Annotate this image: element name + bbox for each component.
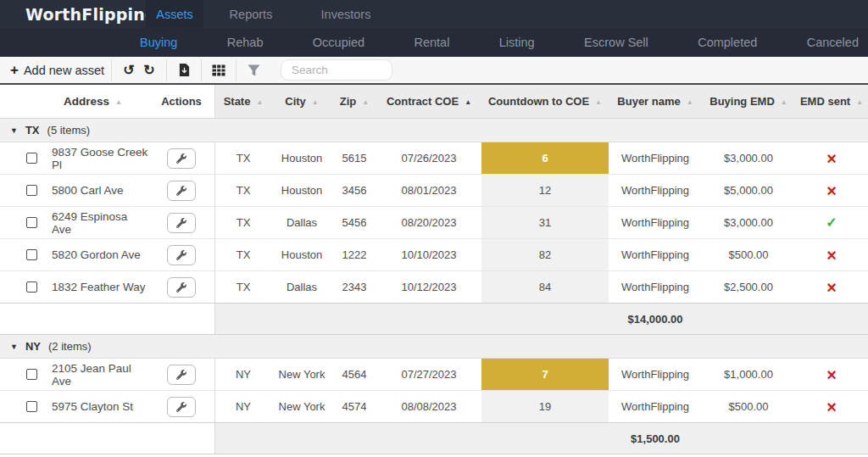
- city-cell: Houston: [271, 175, 332, 206]
- group-total-row: $1,500.00: [0, 422, 868, 454]
- city-cell: Houston: [271, 239, 332, 270]
- collapse-group-icon[interactable]: ▼: [10, 343, 18, 351]
- address-cell: 5975 Clayton St: [37, 391, 148, 422]
- column-header-actions: Actions: [148, 85, 214, 119]
- table-body: ▼ TX (5 items) 9837 Goose Creek Pl TX Ho…: [0, 119, 868, 454]
- row-actions-button[interactable]: [167, 213, 196, 233]
- table-row[interactable]: 2105 Jean Paul Ave NY New York 4564 07/2…: [0, 359, 868, 391]
- nav-tab-investors[interactable]: Investors: [298, 0, 393, 28]
- row-checkbox[interactable]: [26, 185, 37, 196]
- subnav-tab-completed[interactable]: Completed: [698, 36, 757, 49]
- buyer-name-cell: WorthFlipping: [609, 142, 702, 174]
- export-button[interactable]: [174, 60, 194, 81]
- collapse-group-icon[interactable]: ▼: [10, 126, 18, 135]
- add-new-asset-button[interactable]: + Add new asset: [10, 62, 104, 79]
- countdown-value: 19: [481, 391, 609, 422]
- total-row-spacer: [215, 304, 609, 334]
- toolbar-separator: [201, 59, 202, 81]
- nav-tab-assets[interactable]: Assets: [146, 0, 203, 28]
- filter-button[interactable]: [243, 60, 264, 81]
- subnav-tab-escrow-sell[interactable]: Escrow Sell: [584, 36, 648, 49]
- column-label: Zip: [340, 95, 357, 108]
- sort-arrow-icon: ▲: [312, 98, 319, 106]
- wrench-icon: [176, 153, 186, 164]
- column-label: Contract COE: [387, 95, 459, 108]
- grid-view-button[interactable]: [209, 60, 229, 81]
- column-header-countdown-to-coe[interactable]: Countdown to COE ▲: [481, 85, 609, 119]
- group-header-row[interactable]: ▼ TX (5 items): [0, 119, 868, 142]
- row-actions-button[interactable]: [167, 277, 196, 298]
- subnav-tab-rental[interactable]: Rental: [414, 36, 449, 49]
- subnav-tab-occupied[interactable]: Occupied: [313, 36, 364, 49]
- row-actions-button[interactable]: [167, 245, 196, 265]
- emd-status-icon: ×: [826, 150, 837, 167]
- buying-emd-cell: $500.00: [702, 239, 795, 270]
- subnav-tab-rehab[interactable]: Rehab: [227, 36, 264, 49]
- undo-icon: ↺: [123, 64, 134, 77]
- row-actions-button[interactable]: [167, 148, 196, 169]
- row-actions-button[interactable]: [167, 365, 196, 385]
- state-cell: TX: [214, 239, 271, 270]
- column-header-emd-sent[interactable]: EMD sent ▲: [795, 85, 868, 119]
- state-cell: TX: [214, 175, 271, 206]
- countdown-value: 84: [481, 271, 609, 303]
- undo-button[interactable]: ↺: [119, 60, 139, 81]
- row-checkbox[interactable]: [26, 217, 37, 228]
- search-input[interactable]: [281, 59, 392, 81]
- contract-coe-cell: 08/01/2023: [376, 175, 481, 206]
- row-select-cell: [0, 359, 37, 390]
- table-row[interactable]: 1832 Feather Way TX Dallas 2343 10/12/20…: [0, 271, 868, 304]
- column-header-city[interactable]: City ▲: [271, 85, 332, 119]
- column-header-buying-emd[interactable]: Buying EMD ▲: [702, 85, 795, 119]
- zip-cell: 3456: [332, 175, 376, 206]
- column-header-zip[interactable]: Zip ▲: [332, 85, 376, 119]
- state-cell: NY: [214, 391, 271, 422]
- column-label: City: [285, 95, 306, 108]
- row-actions-button[interactable]: [167, 397, 196, 417]
- table-row[interactable]: 5800 Carl Ave TX Houston 3456 08/01/2023…: [0, 175, 868, 207]
- row-checkbox[interactable]: [26, 369, 37, 380]
- countdown-value: 31: [481, 207, 609, 238]
- redo-button[interactable]: ↻: [139, 60, 159, 81]
- sort-arrow-icon: ▲: [256, 98, 263, 106]
- table-row[interactable]: 9837 Goose Creek Pl TX Houston 5615 07/2…: [0, 142, 868, 175]
- row-checkbox[interactable]: [26, 153, 37, 164]
- emd-status-icon: ×: [826, 182, 837, 199]
- address-cell: 9837 Goose Creek Pl: [37, 142, 148, 174]
- wrench-icon: [176, 282, 186, 293]
- subnav-tab-canceled[interactable]: Canceled: [807, 36, 859, 49]
- assets-table: Address ▲ Actions State ▲ City ▲ Zip ▲ C…: [0, 85, 868, 454]
- column-header-buyer-name[interactable]: Buyer name ▲: [609, 85, 702, 119]
- row-select-cell: [0, 207, 37, 238]
- row-actions-button[interactable]: [167, 181, 196, 201]
- column-header-address[interactable]: Address ▲: [37, 85, 148, 119]
- row-select-cell: [0, 175, 37, 206]
- row-checkbox[interactable]: [26, 401, 37, 412]
- toolbar-separator: [236, 59, 236, 81]
- countdown-cell: 82: [481, 239, 609, 270]
- sort-arrow-icon: ▲: [362, 98, 369, 106]
- table-row[interactable]: 5975 Clayton St NY New York 4574 08/08/2…: [0, 391, 868, 423]
- group-total-row: $14,000.00: [0, 303, 868, 335]
- nav-tab-reports[interactable]: Reports: [203, 0, 298, 28]
- row-checkbox[interactable]: [26, 281, 37, 293]
- table-toolbar: + Add new asset ↺ ↻: [0, 57, 868, 85]
- buyer-name-cell: WorthFlipping: [609, 175, 702, 206]
- subnav-tab-listing[interactable]: Listing: [499, 36, 535, 49]
- zip-cell: 1222: [332, 239, 376, 270]
- zip-cell: 4564: [332, 359, 376, 390]
- column-label: Address: [64, 95, 109, 108]
- buyer-name-cell: WorthFlipping: [609, 359, 702, 390]
- address-cell: 1832 Feather Way: [37, 271, 148, 303]
- column-header-contract-coe[interactable]: Contract COE ▲: [376, 85, 481, 119]
- actions-cell: [148, 359, 214, 390]
- address-cell: 2105 Jean Paul Ave: [37, 359, 148, 390]
- group-header-row[interactable]: ▼ NY (2 items): [0, 335, 868, 359]
- table-row[interactable]: 6249 Espinosa Ave TX Dallas 5456 08/20/2…: [0, 207, 868, 239]
- column-header-state[interactable]: State ▲: [214, 85, 271, 119]
- subnav-tab-buying[interactable]: Buying: [140, 36, 177, 49]
- buyer-name-cell: WorthFlipping: [609, 207, 702, 238]
- group-total-buying-emd: $1,500.00: [609, 423, 702, 454]
- table-row[interactable]: 5820 Gordon Ave TX Houston 1222 10/10/20…: [0, 239, 868, 271]
- row-checkbox[interactable]: [26, 249, 37, 260]
